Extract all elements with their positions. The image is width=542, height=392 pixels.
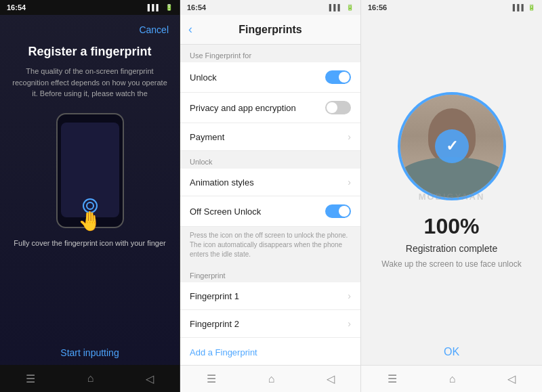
- statusbar-panel1: 16:54 ▌▌▌ 🔋: [0, 0, 180, 15]
- registration-complete-text: Registration complete: [406, 243, 497, 254]
- face-unlock-panel: 16:56 ▌▌▌ 🔋 ✓ 100% Registration complete…: [361, 0, 542, 392]
- add-fingerprint-row[interactable]: Add a Fingerprint: [180, 338, 360, 367]
- section-label-unlock: Unlock: [180, 151, 360, 169]
- privacy-row[interactable]: Privacy and app encryption: [180, 93, 360, 123]
- unlock-toggle[interactable]: [325, 70, 351, 84]
- back-icon-p2[interactable]: ◁: [327, 372, 335, 385]
- navbar-p2: ☰ ⌂ ◁: [180, 365, 361, 392]
- offscreen-note: Press the icon on the off screen to unlo…: [180, 227, 360, 265]
- back-icon-p3[interactable]: ◁: [507, 372, 516, 385]
- register-description: The quality of the on-screen fingerprint…: [0, 66, 180, 100]
- settings-content: Use Fingerprint for Unlock Privacy and a…: [180, 45, 360, 392]
- payment-label: Payment: [190, 132, 224, 142]
- status-time-p1: 16:54: [7, 3, 26, 12]
- register-title: Register a fingerprint: [14, 45, 165, 59]
- percent-display: 100%: [424, 214, 480, 239]
- status-icons-p1: ▌▌▌ 🔋: [148, 4, 173, 11]
- signal-icon-p2: ▌▌▌: [329, 4, 342, 11]
- fingerprint1-label: Fingerprint 1: [190, 291, 239, 301]
- fingerprint-swirl: [86, 202, 94, 210]
- face-shoulder: [398, 157, 506, 198]
- topbar-p2: ‹ Fingerprints: [180, 15, 360, 45]
- register-fingerprint-panel: 16:54 ▌▌▌ 🔋 Cancel Register a fingerprin…: [0, 0, 180, 392]
- unlock-label: Unlock: [190, 72, 217, 83]
- start-inputting-button[interactable]: Start inputting: [60, 347, 119, 358]
- phone-illustration: 🤚: [56, 113, 124, 228]
- home-icon-p3[interactable]: ⌂: [449, 373, 456, 385]
- cover-subtitle: Fully cover the fingerprint icon with yo…: [1, 239, 178, 247]
- add-fingerprint-link[interactable]: Add a Fingerprint: [190, 347, 257, 357]
- menu-icon-p2[interactable]: ☰: [207, 372, 216, 385]
- fingerprint2-label: Fingerprint 2: [190, 319, 239, 329]
- battery-icon: 🔋: [165, 4, 173, 11]
- payment-chevron: ›: [348, 131, 351, 142]
- signal-icon: ▌▌▌: [148, 4, 161, 11]
- status-icons-p3: ▌▌▌ 🔋: [513, 4, 535, 11]
- unlock-row[interactable]: Unlock: [180, 62, 360, 93]
- navbar-p3: ☰ ⌂ ◁: [361, 365, 542, 392]
- checkmark-overlay: ✓: [435, 129, 469, 163]
- off-screen-toggle[interactable]: [325, 204, 351, 218]
- menu-icon-p1[interactable]: ☰: [26, 372, 35, 385]
- fingerprint1-row[interactable]: Fingerprint 1 ›: [180, 282, 360, 310]
- face-circle: ✓: [398, 92, 506, 200]
- fingerprints-title: Fingerprints: [238, 24, 301, 36]
- statusbar-p3: 16:56 ▌▌▌ 🔋: [361, 0, 542, 15]
- animation-styles-row[interactable]: Animation styles ›: [180, 169, 360, 196]
- back-button-p2[interactable]: ‹: [188, 22, 192, 37]
- battery-icon-p2: 🔋: [346, 4, 354, 11]
- status-icons-p2: ▌▌▌ 🔋: [329, 4, 354, 11]
- checkmark-icon: ✓: [446, 137, 458, 155]
- home-icon-p1[interactable]: ⌂: [87, 372, 94, 385]
- privacy-toggle[interactable]: [325, 101, 351, 114]
- section-label-fingerprint: Fingerprint: [180, 265, 360, 282]
- payment-row[interactable]: Payment ›: [180, 123, 360, 151]
- status-time-p3: 16:56: [368, 3, 387, 12]
- face-unlock-content: ✓ 100% Registration complete Wake up the…: [368, 15, 535, 346]
- back-icon-p1[interactable]: ◁: [146, 372, 154, 385]
- wake-screen-text: Wake up the screen to use face unlock: [381, 259, 521, 269]
- animation-styles-label: Animation styles: [190, 177, 254, 188]
- fp1-chevron: ›: [348, 290, 351, 301]
- fingerprint2-row[interactable]: Fingerprint 2 ›: [180, 310, 360, 338]
- section-label-use-for: Use Fingerprint for: [180, 45, 360, 62]
- status-time-p2: 16:54: [187, 3, 206, 12]
- navbar-p1: ☰ ⌂ ◁: [0, 365, 180, 392]
- fingerprints-settings-panel: 16:54 ▌▌▌ 🔋 ‹ Fingerprints Use Fingerpri…: [180, 0, 361, 392]
- topbar-p1: Cancel: [0, 15, 180, 45]
- fp2-chevron: ›: [348, 318, 351, 329]
- signal-icon-p3: ▌▌▌: [513, 4, 526, 11]
- cancel-button[interactable]: Cancel: [139, 24, 169, 35]
- hand-icon: 🤚: [78, 210, 102, 232]
- animation-chevron: ›: [348, 177, 351, 188]
- battery-icon-p3: 🔋: [528, 4, 535, 11]
- ok-button[interactable]: OK: [444, 346, 459, 358]
- menu-icon-p3[interactable]: ☰: [388, 372, 397, 385]
- statusbar-p2: 16:54 ▌▌▌ 🔋: [180, 0, 360, 15]
- off-screen-unlock-row[interactable]: Off Screen Unlock: [180, 196, 360, 227]
- off-screen-unlock-label: Off Screen Unlock: [190, 206, 261, 217]
- privacy-label: Privacy and app encryption: [190, 103, 296, 113]
- home-icon-p2[interactable]: ⌂: [268, 373, 275, 385]
- phone-screen: [61, 123, 119, 217]
